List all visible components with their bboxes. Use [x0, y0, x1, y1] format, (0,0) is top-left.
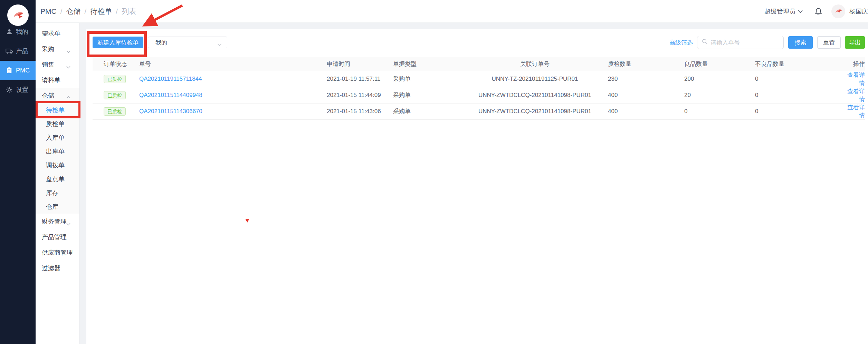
- primary-sidebar-label: 我的: [16, 28, 28, 36]
- truck-icon: [6, 47, 13, 55]
- order-number-link[interactable]: QA20210119115711844: [139, 76, 202, 82]
- sidebar-item-purchase[interactable]: 采购: [36, 41, 79, 57]
- defect-qty-cell: 0: [755, 71, 842, 87]
- table-body: 已质检 QA20210119115711844 2021-01-19 11:57…: [93, 71, 865, 119]
- doc-type-cell: 采购单: [393, 103, 462, 119]
- doc-type-cell: 采购单: [393, 71, 462, 87]
- sidebar-item-stocktake-order[interactable]: 盘点单: [36, 172, 79, 186]
- create-inbound-inspection-button[interactable]: 新建入库待检单: [93, 37, 143, 48]
- search-button[interactable]: 搜索: [788, 36, 813, 49]
- breadcrumb-item[interactable]: 待检单: [90, 7, 112, 16]
- inspection-table-wrap: 订单状态单号申请时间单据类型关联订单号质检数量良品数量不良品数量操作 已质检 Q…: [93, 57, 865, 120]
- primary-sidebar-item-settings[interactable]: 设置: [0, 80, 36, 99]
- sidebar-item-label: 产品管理: [42, 233, 67, 241]
- export-button[interactable]: 导出: [845, 36, 865, 49]
- sidebar-item-supplier-management[interactable]: 供应商管理: [36, 245, 79, 260]
- advanced-filter-link[interactable]: 高级筛选: [669, 39, 693, 47]
- qc-qty-cell: 230: [608, 71, 684, 87]
- breadcrumb-item[interactable]: PMC: [40, 7, 57, 16]
- column-header-defect-qty: 不良品数量: [755, 57, 842, 71]
- sidebar-item-label: 过滤器: [42, 264, 60, 272]
- chevron-down-icon: [66, 63, 70, 70]
- apply-time-cell: 2021-01-19 11:57:11: [327, 71, 393, 87]
- sidebar-item-label: 出库单: [46, 147, 65, 156]
- column-header-order-no: 单号: [139, 57, 327, 71]
- sidebar-item-inventory[interactable]: 库存: [36, 186, 79, 200]
- breadcrumb-separator: /: [60, 7, 63, 16]
- sidebar-item-inbound-order[interactable]: 入库单: [36, 131, 79, 145]
- chevron-up-icon: [66, 94, 70, 101]
- breadcrumb-item[interactable]: 仓储: [66, 7, 81, 16]
- column-header-status: 订单状态: [93, 57, 139, 71]
- sidebar-item-sales[interactable]: 销售: [36, 57, 79, 72]
- order-number-link[interactable]: QA20210115114409948: [139, 92, 202, 98]
- primary-sidebar-item-pmc[interactable]: PMC: [0, 61, 36, 80]
- apply-time-cell: 2021-01-15 11:44:09: [327, 87, 393, 103]
- chevron-down-icon: [217, 41, 222, 48]
- doc-type-cell: 采购单: [393, 87, 462, 103]
- sidebar-item-product-management[interactable]: 产品管理: [36, 229, 79, 245]
- user-icon: [6, 28, 13, 36]
- user-role-dropdown[interactable]: 超级管理员: [764, 7, 795, 16]
- good-qty-cell: 20: [684, 87, 755, 103]
- reset-button[interactable]: 重置: [817, 36, 841, 49]
- primary-sidebar-item-product[interactable]: 产品: [0, 41, 36, 61]
- sidebar-item-pending-inspection[interactable]: 待检单: [36, 103, 79, 117]
- column-header-good-qty: 良品数量: [684, 57, 755, 71]
- scope-select[interactable]: 我的: [148, 37, 227, 48]
- inspection-table: 订单状态单号申请时间单据类型关联订单号质检数量良品数量不良品数量操作 已质检 Q…: [93, 57, 865, 120]
- bell-icon[interactable]: [814, 7, 822, 16]
- qc-qty-cell: 400: [608, 87, 684, 103]
- view-detail-link[interactable]: 查看详情: [847, 72, 865, 86]
- gear-icon: [6, 86, 13, 94]
- status-badge: 已质检: [104, 75, 126, 83]
- sidebar-item-label: 需求单: [42, 29, 60, 38]
- chevron-down-icon: [798, 10, 803, 13]
- user-name[interactable]: 杨国庆: [849, 7, 868, 16]
- column-header-qc-qty: 质检数量: [608, 57, 684, 71]
- sidebar-item-outbound-order[interactable]: 出库单: [36, 145, 79, 158]
- order-number-link[interactable]: QA20210115114306670: [139, 108, 202, 115]
- sidebar-item-filter[interactable]: 过滤器: [36, 260, 79, 276]
- sidebar-item-label: 财务管理: [42, 217, 67, 226]
- view-detail-link[interactable]: 查看详情: [847, 88, 865, 102]
- sidebar-item-label: 采购: [42, 45, 54, 53]
- sidebar-item-label: 供应商管理: [42, 248, 73, 257]
- column-header-doc-type: 单据类型: [393, 57, 462, 71]
- main-content-area: 新建入库待检单 我的 高级筛选 请输入单号 搜索 重置 导出: [80, 23, 868, 344]
- search-icon: [702, 39, 708, 46]
- defect-qty-cell: 0: [755, 87, 842, 103]
- content-card: 新建入库待检单 我的 高级筛选 请输入单号 搜索 重置 导出: [86, 29, 868, 344]
- sidebar-item-label: 质检单: [46, 120, 65, 128]
- status-badge: 已质检: [104, 91, 126, 99]
- sidebar-item-label: 待检单: [46, 106, 65, 114]
- sidebar-item-finance-management[interactable]: 财务管理: [36, 214, 79, 229]
- related-order-cell: UNNY-TZ-202101191125-PUR01: [462, 71, 608, 87]
- sidebar-item-warehouse-list[interactable]: 仓库: [36, 200, 79, 214]
- sidebar-item-demand-order[interactable]: 需求单: [36, 26, 79, 41]
- primary-sidebar-label: 设置: [16, 86, 28, 94]
- column-header-action: 操作: [842, 57, 865, 71]
- column-header-related-order: 关联订单号: [462, 57, 608, 71]
- sidebar-item-label: 入库单: [46, 134, 65, 142]
- search-input[interactable]: 请输入单号: [697, 36, 784, 49]
- good-qty-cell: 0: [684, 103, 755, 119]
- sidebar-item-label: 请料单: [42, 76, 60, 84]
- chevron-down-icon: [66, 48, 70, 55]
- primary-sidebar: 我的 产品 PMC: [0, 0, 36, 344]
- status-badge: 已质检: [104, 107, 126, 116]
- chevron-down-icon: [66, 220, 70, 227]
- related-order-cell: UNNY-ZWTDCLCQ-202101141098-PUR01: [462, 103, 608, 119]
- sidebar-item-label: 调拨单: [46, 161, 65, 169]
- sidebar-item-transfer-order[interactable]: 调拨单: [36, 158, 79, 172]
- good-qty-cell: 200: [684, 71, 755, 87]
- apply-time-cell: 2021-01-15 11:43:06: [327, 103, 393, 119]
- sidebar-item-warehouse[interactable]: 仓储: [36, 88, 79, 103]
- table-header-row: 订单状态单号申请时间单据类型关联订单号质检数量良品数量不良品数量操作: [93, 57, 865, 71]
- primary-sidebar-item-mine[interactable]: 我的: [0, 22, 36, 41]
- logo-bird-icon: [833, 6, 843, 17]
- sidebar-item-quality-inspection[interactable]: 质检单: [36, 117, 79, 131]
- view-detail-link[interactable]: 查看详情: [847, 104, 865, 119]
- avatar[interactable]: [831, 4, 845, 18]
- sidebar-item-material-request[interactable]: 请料单: [36, 72, 79, 88]
